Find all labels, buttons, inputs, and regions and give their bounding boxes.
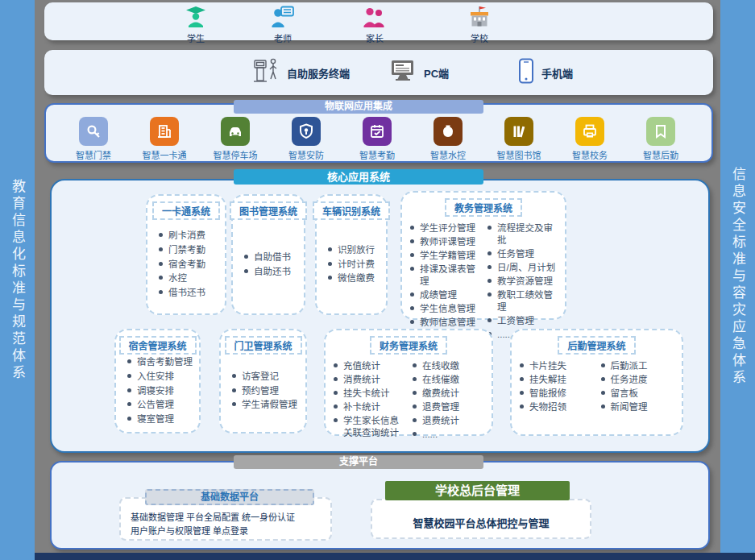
iot-tile-attendance: 智慧考勤 (347, 117, 407, 161)
iot-tile-school-affairs: 智慧校务 (560, 117, 620, 161)
list-item: 宿舍考勤管理 (127, 356, 194, 368)
user-group-teacher: 老师 (252, 6, 313, 44)
user-label: 老师 (274, 31, 292, 44)
smart-campus-architecture-diagram: 教育信息化标准与规范体系 信息安全标准与容灾应急体系 学生 (0, 0, 755, 560)
list-item: 挂失解挂 (520, 374, 596, 386)
right-standards-bar: 信息安全标准与容灾应急体系 (720, 0, 755, 553)
terminal-label: PC端 (424, 65, 449, 81)
building-icon (150, 117, 179, 146)
support-panel: 基础数据平台 基础数据管理 平台全局配置 统一身份认证 用户账户与权限管理 单点… (50, 461, 710, 550)
list-item: 宿舍考勤 (159, 259, 220, 271)
list-item: 调寝安排 (127, 385, 194, 397)
list-item: 充值统计 (334, 360, 408, 372)
iot-tile-label: 智慧考勤 (359, 148, 395, 161)
iot-tile-security: 智慧安防 (276, 117, 336, 161)
user-label: 学生 (187, 31, 205, 44)
list-item: 微信缴费 (328, 272, 381, 284)
system-logistics: 后勤管理系统 卡片挂失 挂失解挂 智能报修 失物招领 后勤派工 任务进度 留言板… (510, 329, 683, 436)
system-columns: 充值统计 消费统计 挂失卡统计 补卡统计 学生家长信息关联查询统计 在线收缴 在… (330, 360, 487, 441)
system-item-list: 刷卡消费 门禁考勤 宿舍考勤 水控 借书还书 (152, 220, 220, 309)
list-item: 水控 (159, 272, 220, 284)
system-item-list: 学生评分管理 教师评课管理 学生学籍管理 排课及课表管理 成绩管理 学生信息管理… (407, 222, 483, 342)
list-item: 学生信息管理 (410, 303, 483, 315)
list-item: 排课及课表管理 (410, 263, 483, 288)
list-item: 识别放行 (328, 244, 381, 256)
list-item: 学生评分管理 (410, 222, 483, 234)
core-applications-panel: 一卡通系统 刷卡消费 门禁考勤 宿舍考勤 水控 借书还书 图书管理系统 自助借书… (50, 179, 710, 453)
system-library: 图书管理系统 自助借书 自助还书 (231, 194, 305, 315)
list-item: 学生学籍管理 (410, 250, 483, 262)
list-item: 计时计费 (328, 259, 381, 271)
teacher-icon (271, 6, 295, 31)
core-section-banner: 核心应用系统 (234, 169, 483, 185)
calendar-icon (363, 117, 392, 146)
terminals-panel: 自助服务终端 PC端 (44, 50, 713, 95)
list-item: 日/周、月计划 (487, 262, 560, 274)
list-item: 教职工绩效管理 (487, 289, 560, 313)
list-item: 在线催缴 (413, 374, 487, 386)
list-item: 补卡统计 (334, 401, 408, 413)
system-item-list: 宿舍考勤管理 入住安排 调寝安排 公告管理 寝室管理 (121, 355, 194, 427)
base-platform-line: 用户账户与权限管理 单点登录 (131, 525, 324, 538)
iot-tile-parking: 智慧停车场 (205, 117, 265, 161)
user-group-school: 学校 (449, 6, 510, 44)
system-title: 门卫管理系统 (225, 336, 302, 355)
list-item: 任务进度 (601, 374, 678, 386)
left-standards-label: 教育信息化标准与规范体系 (10, 179, 24, 382)
system-title: 宿舍管理系统 (119, 336, 197, 355)
support-section-banner: 支撑平台 (234, 455, 483, 469)
system-dormitory: 宿舍管理系统 宿舍考勤管理 入住安排 调寝安排 公告管理 寝室管理 (114, 329, 201, 433)
school-icon (467, 6, 492, 31)
iot-tile-label: 智慧停车场 (214, 148, 258, 161)
base-platform-line: 基础数据管理 平台全局配置 统一身份认证 (131, 511, 324, 525)
terminal-label: 自助服务终端 (287, 65, 350, 81)
list-item: 门禁考勤 (159, 244, 220, 256)
phone-icon (518, 58, 534, 87)
system-finance: 财务管理系统 充值统计 消费统计 挂失卡统计 补卡统计 学生家长信息关联查询统计… (324, 329, 493, 436)
base-data-platform-title: 基础数据平台 (145, 489, 314, 505)
system-item-list: 在线收缴 在线催缴 缴费统计 退费管理 退费统计 ...... (409, 360, 487, 441)
system-columns: 学生评分管理 教师评课管理 学生学籍管理 排课及课表管理 成绩管理 学生信息管理… (407, 222, 560, 342)
iot-tile-logistics: 智慧后勤 (631, 117, 691, 161)
list-item: 入住安排 (127, 371, 194, 383)
list-item: 教师评课管理 (410, 236, 483, 248)
system-onecard: 一卡通系统 刷卡消费 门禁考勤 宿舍考勤 水控 借书还书 (146, 194, 226, 315)
right-standards-label: 信息安全标准与容灾应急体系 (731, 167, 745, 387)
system-item-list: 自助借书 自助还书 (238, 220, 299, 309)
list-item: 教学资源管理 (487, 276, 560, 288)
list-item: 智能报修 (520, 388, 596, 400)
list-item: 流程提交及审批 (487, 222, 560, 247)
list-item: 在线收缴 (413, 360, 487, 372)
system-title: 教务管理系统 (445, 198, 522, 217)
kiosk-icon (252, 56, 280, 89)
school-admin-title: 学校总后台管理 (385, 481, 570, 500)
car-icon (221, 117, 250, 146)
user-label: 家长 (366, 31, 384, 44)
system-item-list: 识别放行 计时计费 微信缴费 (321, 220, 381, 309)
list-item: 自助借书 (244, 251, 299, 263)
iot-tile-access: 智慧门禁 (64, 117, 123, 161)
iot-tile-library: 智慧图书馆 (489, 117, 549, 161)
iot-tile-label: 智慧水控 (430, 148, 466, 161)
system-title: 财务管理系统 (370, 336, 447, 355)
school-admin-content: 智慧校园平台总体把控与管理 (371, 499, 591, 539)
iot-tile-label: 智慧后勤 (643, 148, 678, 161)
iot-section-banner: 物联网应用集成 (234, 100, 483, 114)
list-item: 学生请假管理 (232, 399, 301, 411)
list-item: 寝室管理 (127, 413, 194, 425)
system-gate: 门卫管理系统 访客登记 预约管理 学生请假管理 (219, 329, 307, 433)
terminal-group-pc: PC端 (389, 50, 449, 95)
users-panel: 学生 老师 (44, 2, 713, 40)
system-item-list: 后勤派工 任务进度 留言板 新闻管理 (598, 360, 678, 429)
list-item: 学生家长信息关联查询统计 (334, 415, 408, 439)
terminal-group-mobile: 手机端 (518, 50, 573, 95)
shield-icon (292, 117, 321, 146)
list-item: 教师信息管理 (410, 317, 483, 329)
user-group-parents: 家长 (344, 6, 405, 44)
printer-icon (575, 117, 604, 146)
list-item: 卡片挂失 (520, 360, 596, 372)
books-icon (504, 117, 533, 146)
left-standards-bar: 教育信息化标准与规范体系 (0, 0, 35, 560)
list-item: 消费统计 (334, 374, 408, 386)
list-item: 退费统计 (413, 415, 487, 427)
